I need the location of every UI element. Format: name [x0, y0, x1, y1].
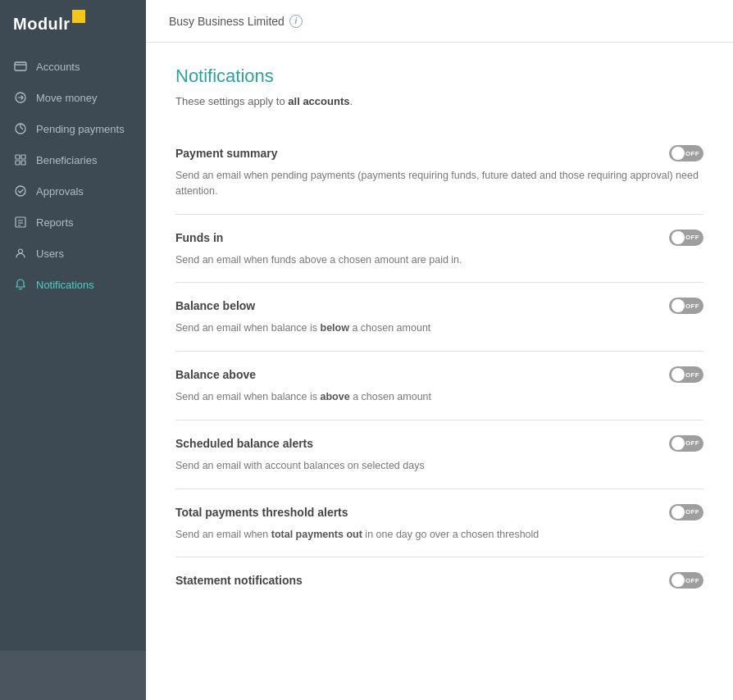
sidebar-item-reports[interactable]: Reports — [0, 207, 146, 238]
sidebar-item-approvals-label: Approvals — [36, 185, 84, 198]
sidebar-item-users[interactable]: Users — [0, 238, 146, 269]
section-scheduled-balance-desc: Send an email with account balances on s… — [175, 458, 703, 474]
sidebar-item-notifications[interactable]: Notifications — [0, 269, 146, 300]
svg-rect-7 — [21, 161, 25, 165]
section-payment-summary-title: Payment summary — [175, 147, 278, 160]
section-balance-below-desc: Send an email when balance is below a ch… — [175, 320, 703, 336]
sidebar-nav: Accounts Move money Pending payments Ben… — [0, 43, 146, 651]
sidebar-item-beneficiaries[interactable]: Beneficiaries — [0, 144, 146, 175]
svg-rect-6 — [16, 161, 20, 165]
section-balance-above-title: Balance above — [175, 368, 256, 381]
sidebar: Modulr Accounts Move money Pending payme… — [0, 0, 146, 700]
toggle-knob — [672, 299, 685, 312]
toggle-label: OFF — [685, 439, 699, 447]
section-statement-notifications-title: Statement notifications — [175, 574, 303, 587]
toggle-knob — [672, 437, 685, 450]
section-balance-below-title: Balance below — [175, 299, 255, 312]
users-icon — [13, 246, 28, 261]
section-funds-in: Funds in OFF Send an email when funds ab… — [175, 215, 703, 284]
sidebar-item-users-label: Users — [36, 248, 64, 260]
sidebar-item-move-money[interactable]: Move money — [0, 82, 146, 113]
page-title: Notifications — [175, 66, 703, 87]
svg-rect-4 — [16, 155, 20, 159]
toggle-statement-notifications[interactable]: OFF — [669, 572, 703, 589]
section-payment-summary-header: Payment summary OFF — [175, 145, 703, 161]
toggle-payment-summary[interactable]: OFF — [669, 145, 703, 161]
reports-icon — [13, 215, 28, 230]
toggle-total-payments[interactable]: OFF — [669, 504, 703, 520]
sidebar-item-pending-payments-label: Pending payments — [36, 123, 125, 135]
logo-text: Modulr — [13, 10, 85, 34]
section-scheduled-balance-header: Scheduled balance alerts OFF — [175, 435, 703, 452]
main-content: Busy Business Limited i Notifications Th… — [146, 0, 733, 700]
toggle-knob — [672, 368, 685, 381]
move-money-icon — [13, 90, 28, 105]
logo-icon — [72, 10, 85, 23]
section-funds-in-header: Funds in OFF — [175, 230, 703, 246]
section-funds-in-desc: Send an email when funds above a chosen … — [175, 252, 703, 268]
section-total-payments-title: Total payments threshold alerts — [175, 506, 348, 519]
toggle-label: OFF — [685, 234, 699, 241]
sidebar-item-reports-label: Reports — [36, 216, 74, 229]
toggle-label: OFF — [685, 150, 699, 157]
section-funds-in-title: Funds in — [175, 231, 223, 244]
section-total-payments: Total payments threshold alerts OFF Send… — [175, 489, 703, 558]
section-balance-below: Balance below OFF Send an email when bal… — [175, 283, 703, 352]
logo: Modulr — [0, 0, 146, 43]
sidebar-item-accounts-label: Accounts — [36, 61, 80, 73]
toggle-knob — [672, 147, 685, 160]
company-name: Busy Business Limited — [169, 15, 285, 28]
sidebar-item-pending-payments[interactable]: Pending payments — [0, 113, 146, 144]
sidebar-item-accounts[interactable]: Accounts — [0, 51, 146, 82]
subtitle-prefix: These settings apply to — [175, 95, 288, 107]
sidebar-item-approvals[interactable]: Approvals — [0, 175, 146, 207]
approvals-icon — [13, 184, 28, 198]
toggle-scheduled-balance[interactable]: OFF — [669, 435, 703, 452]
sidebar-item-notifications-label: Notifications — [36, 279, 94, 291]
section-payment-summary-desc: Send an email when pending payments (pay… — [175, 168, 703, 199]
notifications-icon — [13, 277, 28, 292]
top-bar: Busy Business Limited i — [146, 0, 733, 43]
section-scheduled-balance-title: Scheduled balance alerts — [175, 437, 313, 450]
toggle-funds-in[interactable]: OFF — [669, 230, 703, 246]
section-balance-above-desc: Send an email when balance is above a ch… — [175, 389, 703, 405]
toggle-knob — [672, 506, 685, 519]
sidebar-bottom — [0, 651, 146, 700]
svg-rect-0 — [15, 62, 26, 70]
info-icon[interactable]: i — [289, 15, 303, 28]
toggle-label: OFF — [685, 508, 699, 516]
sidebar-item-beneficiaries-label: Beneficiaries — [36, 154, 97, 166]
section-total-payments-header: Total payments threshold alerts OFF — [175, 504, 703, 520]
notifications-content: Notifications These settings apply to al… — [146, 43, 733, 633]
sidebar-item-move-money-label: Move money — [36, 92, 97, 104]
toggle-balance-below[interactable]: OFF — [669, 298, 703, 314]
toggle-balance-above[interactable]: OFF — [669, 366, 703, 383]
toggle-label: OFF — [685, 302, 699, 310]
svg-rect-5 — [21, 155, 25, 159]
section-balance-below-header: Balance below OFF — [175, 298, 703, 314]
section-balance-above-header: Balance above OFF — [175, 366, 703, 383]
toggle-knob — [672, 231, 685, 244]
subtitle-bold: all accounts — [288, 95, 349, 107]
beneficiaries-icon — [13, 152, 28, 167]
toggle-label: OFF — [685, 577, 699, 584]
section-payment-summary: Payment summary OFF Send an email when p… — [175, 130, 703, 215]
pending-payments-icon — [13, 121, 28, 136]
section-balance-above: Balance above OFF Send an email when bal… — [175, 352, 703, 420]
subtitle-suffix: . — [349, 95, 353, 107]
company-title: Busy Business Limited i — [169, 15, 303, 28]
section-total-payments-desc: Send an email when total payments out in… — [175, 527, 703, 543]
section-scheduled-balance: Scheduled balance alerts OFF Send an ema… — [175, 420, 703, 489]
toggle-knob — [672, 574, 685, 587]
section-statement-notifications: Statement notifications OFF — [175, 557, 703, 610]
accounts-icon — [13, 59, 28, 74]
toggle-label: OFF — [685, 371, 699, 379]
section-statement-notifications-header: Statement notifications OFF — [175, 572, 703, 589]
svg-point-13 — [19, 249, 23, 253]
page-subtitle: These settings apply to all accounts. — [175, 95, 703, 107]
svg-point-8 — [16, 186, 25, 196]
